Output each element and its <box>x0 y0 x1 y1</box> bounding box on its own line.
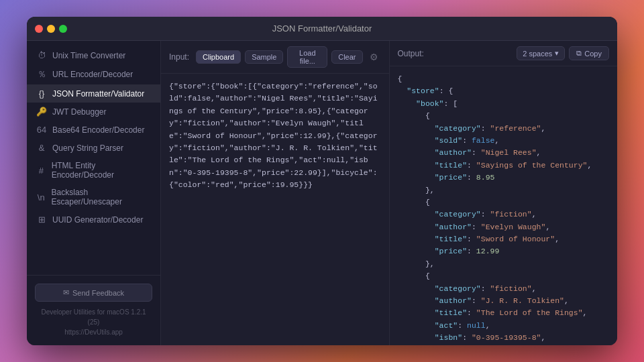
input-panel-header: Input: Clipboard Sample Load file... Cle… <box>161 41 389 74</box>
output-panel: Output: 2 spaces ▾ ⧉ Copy { "store": { "… <box>390 41 618 345</box>
footer-line2: https://DevUtils.app <box>64 328 123 336</box>
send-feedback-button[interactable]: ✉ Send Feedback <box>35 284 152 302</box>
minimize-button[interactable] <box>47 25 55 33</box>
settings-button[interactable]: ⚙ <box>367 50 381 64</box>
sidebar-item-label: UUID Generator/Decoder <box>52 215 143 225</box>
clock-icon: ⏱ <box>36 50 47 60</box>
output-panel-header: Output: 2 spaces ▾ ⧉ Copy <box>390 41 618 66</box>
input-content[interactable]: {"store":{"book":[{"category":"reference… <box>161 74 389 345</box>
main-window: JSON Formatter/Validator ⏱ Unix Time Con… <box>27 17 617 345</box>
sidebar-item-jwt-debugger[interactable]: 🔑 JWT Debugger <box>27 103 160 121</box>
main-content: ⏱ Unix Time Converter ％ URL Encoder/Deco… <box>27 41 617 345</box>
sample-button[interactable]: Sample <box>245 50 283 64</box>
window-title: JSON Formatter/Validator <box>272 23 372 34</box>
sidebar-item-html-entity[interactable]: # HTML Entity Encoder/Decoder <box>27 157 160 184</box>
url-icon: ％ <box>36 68 47 80</box>
sidebar-item-label: HTML Entity Encoder/Decoder <box>52 161 151 180</box>
sidebar-item-query-string[interactable]: & Query String Parser <box>27 139 160 157</box>
hash-icon: # <box>36 166 46 176</box>
sidebar-item-uuid[interactable]: ⊞ UUID Generator/Decoder <box>27 210 160 229</box>
titlebar: JSON Formatter/Validator <box>27 17 617 41</box>
sidebar-item-label: Query String Parser <box>52 143 123 153</box>
output-label: Output: <box>398 49 424 58</box>
feedback-icon: ✉ <box>63 288 69 297</box>
uuid-icon: ⊞ <box>36 215 47 225</box>
sidebar-item-base64[interactable]: 64 Base64 Encoder/Decoder <box>27 121 160 139</box>
sidebar-item-label: Base64 Encoder/Decoder <box>52 125 144 135</box>
query-icon: & <box>36 143 47 153</box>
spaces-label: 2 spaces <box>523 50 552 58</box>
copy-icon: ⧉ <box>576 49 582 58</box>
load-file-button[interactable]: Load file... <box>287 46 327 68</box>
output-content: { "store": { "book": [ { "category": "re… <box>390 66 618 345</box>
sidebar-item-label: JSON Formatter/Validator <box>52 89 144 99</box>
sidebar-item-unix-time[interactable]: ⏱ Unix Time Converter <box>27 46 160 64</box>
backslash-icon: \n <box>36 192 46 202</box>
chevron-down-icon: ▾ <box>555 49 559 58</box>
clipboard-button[interactable]: Clipboard <box>196 50 241 64</box>
base64-icon: 64 <box>36 125 47 135</box>
input-text[interactable]: {"store":{"book":[{"category":"reference… <box>169 80 381 192</box>
footer-line1: Developer Utilities for macOS 1.2.1 (25) <box>41 308 146 326</box>
input-label: Input: <box>169 52 189 62</box>
close-button[interactable] <box>35 25 43 33</box>
clear-button[interactable]: Clear <box>331 50 362 64</box>
sidebar-item-label: Backslash Escaper/Unescaper <box>52 188 151 206</box>
sidebar: ⏱ Unix Time Converter ％ URL Encoder/Deco… <box>27 41 161 345</box>
sidebar-item-url-encoder[interactable]: ％ URL Encoder/Decoder <box>27 64 160 84</box>
footer-info: Developer Utilities for macOS 1.2.1 (25)… <box>35 307 152 337</box>
maximize-button[interactable] <box>59 25 67 33</box>
json-icon: {} <box>36 88 47 99</box>
sidebar-footer: ✉ Send Feedback Developer Utilities for … <box>27 275 160 345</box>
sidebar-item-json-formatter[interactable]: {} JSON Formatter/Validator <box>27 84 160 103</box>
input-panel: Input: Clipboard Sample Load file... Cle… <box>161 41 389 345</box>
copy-label: Copy <box>584 50 602 58</box>
key-icon: 🔑 <box>36 107 47 117</box>
sidebar-item-backslash[interactable]: \n Backslash Escaper/Unescaper <box>27 184 160 210</box>
copy-button[interactable]: ⧉ Copy <box>569 46 609 60</box>
sidebar-item-label: JWT Debugger <box>52 107 106 117</box>
spaces-selector[interactable]: 2 spaces ▾ <box>517 46 565 60</box>
feedback-label: Send Feedback <box>72 289 124 297</box>
sidebar-item-label: Unix Time Converter <box>52 51 125 60</box>
sidebar-item-label: URL Encoder/Decoder <box>52 70 133 79</box>
output-text: { "store": { "book": [ { "category": "re… <box>398 73 610 345</box>
traffic-lights <box>35 25 67 33</box>
panels: Input: Clipboard Sample Load file... Cle… <box>161 41 617 345</box>
